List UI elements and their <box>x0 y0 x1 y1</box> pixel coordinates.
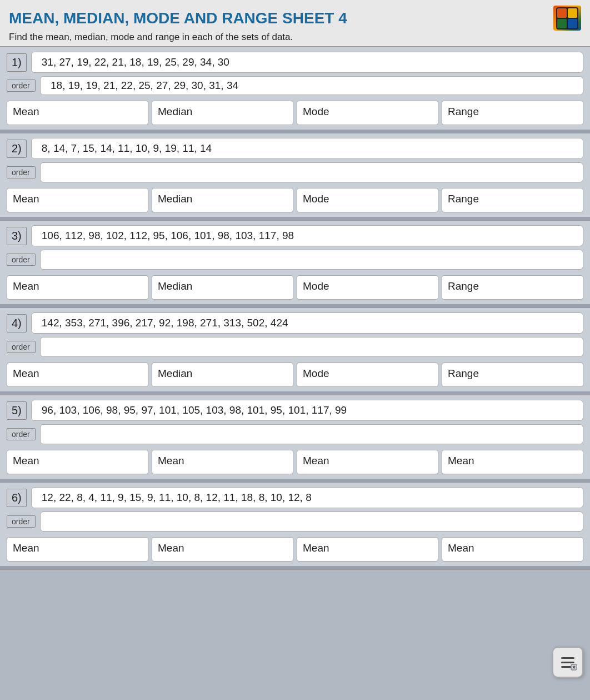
order-row-2: order <box>0 161 590 185</box>
problem-row-5: 5)96, 103, 106, 98, 95, 97, 101, 105, 10… <box>0 395 590 423</box>
problem-number-1: 1) <box>7 53 27 72</box>
order-data-box-2 <box>40 162 583 182</box>
order-row-3: order <box>0 249 590 272</box>
problem-row-3: 3)106, 112, 98, 102, 112, 95, 106, 101, … <box>0 221 590 249</box>
header: MEAN, MEDIAN, MODE AND RANGE SHEET 4 Fin… <box>0 0 590 47</box>
fab-button[interactable] <box>552 647 583 678</box>
stat-box-1-1: Mean <box>7 101 148 125</box>
stat-box-4-1: Mean <box>7 363 148 387</box>
stat-box-1-4: Range <box>442 101 583 125</box>
stats-row-5: MeanMeanMeanMean <box>0 446 590 479</box>
logo-icon <box>553 6 581 31</box>
stat-box-6-3: Mean <box>297 537 438 562</box>
stat-box-5-3: Mean <box>297 450 438 474</box>
problem-number-5: 5) <box>7 401 27 420</box>
stats-row-2: MeanMedianModeRange <box>0 185 590 217</box>
stats-row-1: MeanMedianModeRange <box>0 97 590 130</box>
stat-box-6-2: Mean <box>152 537 293 562</box>
problem-number-4: 4) <box>7 314 27 332</box>
order-label-5: order <box>7 428 36 440</box>
order-data-box-5 <box>40 424 583 444</box>
stat-box-1-3: Mode <box>297 101 438 125</box>
stat-box-4-3: Mode <box>297 363 438 387</box>
stats-row-3: MeanMedianModeRange <box>0 272 590 304</box>
problem-row-2: 2)8, 14, 7, 15, 14, 11, 10, 9, 19, 11, 1… <box>0 133 590 161</box>
svg-rect-2 <box>568 8 577 18</box>
stat-box-3-1: Mean <box>7 275 148 300</box>
svg-rect-5 <box>561 657 574 659</box>
svg-rect-4 <box>568 19 577 28</box>
data-box-3: 106, 112, 98, 102, 112, 95, 106, 101, 98… <box>31 225 583 246</box>
problem-number-2: 2) <box>7 140 27 158</box>
order-label-4: order <box>7 341 36 353</box>
data-box-5: 96, 103, 106, 98, 95, 97, 101, 105, 103,… <box>31 400 583 421</box>
section-2: 2)8, 14, 7, 15, 14, 11, 10, 9, 19, 11, 1… <box>0 133 590 221</box>
section-1: 1)31, 27, 19, 22, 21, 18, 19, 25, 29, 34… <box>0 47 590 133</box>
order-label-2: order <box>7 166 36 178</box>
svg-rect-3 <box>557 19 567 28</box>
data-box-2: 8, 14, 7, 15, 14, 11, 10, 9, 19, 11, 14 <box>31 138 583 159</box>
order-row-4: order <box>0 336 590 359</box>
stat-box-3-2: Median <box>152 275 293 300</box>
data-box-4: 142, 353, 271, 396, 217, 92, 198, 271, 3… <box>31 312 583 334</box>
header-subtitle: Find the mean, median, mode and range in… <box>9 32 581 43</box>
order-data-box-3 <box>40 250 583 270</box>
order-data-box-4 <box>40 337 583 357</box>
divider-5 <box>0 479 590 482</box>
stat-box-2-4: Range <box>442 188 583 212</box>
problem-row-4: 4)142, 353, 271, 396, 217, 92, 198, 271,… <box>0 308 590 336</box>
section-4: 4)142, 353, 271, 396, 217, 92, 198, 271,… <box>0 308 590 395</box>
order-data-box-6 <box>40 512 583 532</box>
divider-3 <box>0 304 590 307</box>
header-title-row: MEAN, MEDIAN, MODE AND RANGE SHEET 4 <box>9 6 581 31</box>
stat-box-6-1: Mean <box>7 537 148 562</box>
stat-box-5-4: Mean <box>442 450 583 474</box>
divider-6 <box>0 566 590 569</box>
section-3: 3)106, 112, 98, 102, 112, 95, 106, 101, … <box>0 221 590 308</box>
stat-box-4-4: Range <box>442 363 583 387</box>
svg-rect-1 <box>557 8 567 18</box>
order-label-3: order <box>7 254 36 266</box>
divider-4 <box>0 391 590 395</box>
problems-container: 1)31, 27, 19, 22, 21, 18, 19, 25, 29, 34… <box>0 47 590 570</box>
order-row-6: order <box>0 510 590 534</box>
problem-number-6: 6) <box>7 489 27 507</box>
section-6: 6)12, 22, 8, 4, 11, 9, 15, 9, 11, 10, 8,… <box>0 483 590 570</box>
svg-rect-6 <box>561 662 574 663</box>
section-5: 5)96, 103, 106, 98, 95, 97, 101, 105, 10… <box>0 395 590 483</box>
divider-2 <box>0 217 590 220</box>
stat-box-2-2: Median <box>152 188 293 212</box>
order-label-1: order <box>7 80 36 92</box>
stat-box-3-3: Mode <box>297 275 438 300</box>
stat-box-2-3: Mode <box>297 188 438 212</box>
problem-row-1: 1)31, 27, 19, 22, 21, 18, 19, 25, 29, 34… <box>0 47 590 75</box>
stats-row-6: MeanMeanMeanMean <box>0 534 590 566</box>
stat-box-5-1: Mean <box>7 450 148 474</box>
order-row-5: order <box>0 423 590 446</box>
order-row-1: order18, 19, 19, 21, 22, 25, 27, 29, 30,… <box>0 75 590 97</box>
stat-box-1-2: Median <box>152 101 293 125</box>
stat-box-4-2: Median <box>152 363 293 387</box>
order-label-6: order <box>7 515 36 528</box>
data-box-6: 12, 22, 8, 4, 11, 9, 15, 9, 11, 10, 8, 1… <box>31 487 583 508</box>
problem-row-6: 6)12, 22, 8, 4, 11, 9, 15, 9, 11, 10, 8,… <box>0 483 590 510</box>
problem-number-3: 3) <box>7 227 27 245</box>
page-title: MEAN, MEDIAN, MODE AND RANGE SHEET 4 <box>9 9 347 27</box>
stats-row-4: MeanMedianModeRange <box>0 359 590 391</box>
page: MEAN, MEDIAN, MODE AND RANGE SHEET 4 Fin… <box>0 0 590 570</box>
stat-box-6-4: Mean <box>442 537 583 562</box>
data-box-1: 31, 27, 19, 22, 21, 18, 19, 25, 29, 34, … <box>31 52 583 73</box>
stat-box-5-2: Mean <box>152 450 293 474</box>
divider-1 <box>0 130 590 133</box>
stat-box-3-4: Range <box>442 275 583 300</box>
order-data-box-1: 18, 19, 19, 21, 22, 25, 27, 29, 30, 31, … <box>40 76 583 95</box>
stat-box-2-1: Mean <box>7 188 148 212</box>
